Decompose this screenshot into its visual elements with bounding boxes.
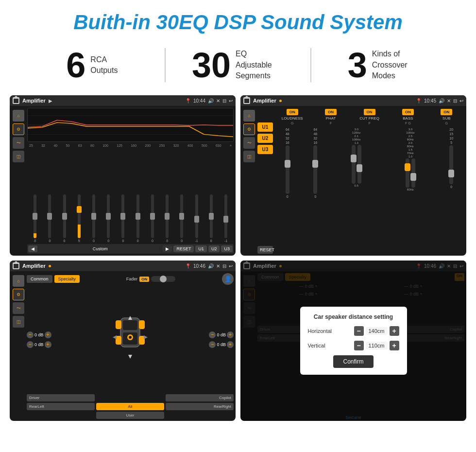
- amp-toggle-row: ON LOUDNESS G ON PHAT F ON CUT FREQ F: [274, 108, 464, 126]
- home-icon-2[interactable]: [243, 97, 250, 104]
- right-bottom-plus[interactable]: +: [227, 341, 234, 348]
- rearright-btn[interactable]: RearRight: [166, 403, 234, 410]
- horizontal-minus-btn[interactable]: −: [354, 326, 364, 336]
- amp-u2-btn[interactable]: U2: [257, 134, 273, 143]
- bass-slider-2[interactable]: [411, 158, 415, 188]
- copilot-btn[interactable]: Copilot: [166, 394, 234, 401]
- expand-icon[interactable]: »: [230, 144, 232, 147]
- amp-tune-btn[interactable]: ⚙: [243, 123, 255, 135]
- eq-slider-11[interactable]: -1: [189, 194, 203, 243]
- vertical-plus-btn[interactable]: +: [390, 341, 399, 350]
- cutfreq-slider-2[interactable]: [357, 145, 361, 184]
- eq-balance-btn[interactable]: ◫: [13, 151, 24, 162]
- right-bottom-db: − 0 dB +: [209, 341, 234, 348]
- cutfreq-slider-col: 3.0 120Hz 2.1 100Hz 1.3: [330, 128, 382, 253]
- eq-prev-btn[interactable]: ◀: [28, 245, 37, 252]
- eq-slider-3[interactable]: 5: [72, 194, 86, 243]
- right-bottom-minus[interactable]: −: [209, 341, 216, 348]
- common-wave-btn[interactable]: 〜: [13, 302, 24, 314]
- cutfreq-toggle[interactable]: ON: [364, 109, 375, 115]
- eq-slider-6[interactable]: 0: [116, 194, 130, 243]
- screen-common-dialog: Amplifier 📍 10:46 🔊 ✕ ⊟ ↩ ⌂ ⚙ 〜 ◫: [240, 261, 466, 421]
- eq-slider-13[interactable]: -1: [219, 194, 233, 243]
- eq-slider-0[interactable]: 0: [28, 194, 42, 243]
- statusbar-1: Amplifier ▶ 📍 10:44 🔊 ✕ ⊟ ↩: [10, 95, 236, 106]
- eq-slider-7[interactable]: 0: [131, 194, 145, 243]
- eq-u1-btn[interactable]: U1: [195, 245, 207, 252]
- fader-slider[interactable]: [151, 276, 175, 282]
- rearleft-btn[interactable]: RearLeft: [27, 403, 95, 410]
- time-2: 10:45: [424, 98, 436, 104]
- svg-marker-14: [113, 335, 117, 339]
- right-top-minus[interactable]: −: [209, 331, 216, 338]
- loudness-slider[interactable]: [286, 145, 289, 194]
- stat-eq-number: 30: [192, 48, 231, 83]
- amp-content: ⌂ ⚙ 〜 ◫ U1 U2 U3 RESET ON LOUDNESS: [240, 106, 466, 256]
- sub-slider-col: 20 15 10 5 0: [438, 128, 464, 253]
- tab-common[interactable]: Common: [27, 275, 52, 283]
- sub-slider[interactable]: [449, 145, 453, 184]
- sub-toggle[interactable]: ON: [441, 109, 452, 115]
- eq-home-btn[interactable]: ⌂: [13, 110, 24, 122]
- eq-slider-2[interactable]: 0: [57, 194, 71, 243]
- left-top-plus[interactable]: +: [45, 331, 51, 338]
- eq-wave-btn[interactable]: 〜: [13, 137, 24, 149]
- eq-sidebar: ⌂ ⚙ 〜 ◫: [12, 108, 25, 254]
- eq-reset-btn[interactable]: RESET: [173, 245, 194, 252]
- eq-slider-9[interactable]: 0: [160, 194, 174, 243]
- stat-rca: 6 RCAOutputs: [19, 48, 165, 83]
- stat-crossover: 3 Kinds ofCrossover Modes: [311, 48, 457, 83]
- left-bottom-minus[interactable]: −: [27, 341, 34, 348]
- position-buttons: Driver Copilot RearLeft All RearRight Us…: [27, 394, 234, 419]
- phat-toggle[interactable]: ON: [325, 109, 337, 115]
- svg-rect-6: [116, 320, 121, 329]
- home-icon-1[interactable]: [13, 97, 19, 104]
- eq-u3-btn[interactable]: U3: [221, 245, 233, 252]
- common-balance-btn[interactable]: ◫: [13, 316, 24, 328]
- eq-slider-1[interactable]: 0: [43, 194, 56, 243]
- fader-on-badge[interactable]: ON: [139, 277, 149, 282]
- screen-eq: Amplifier ▶ 📍 10:44 🔊 ✕ ⊟ ↩ ⌂ ⚙ 〜 ◫: [10, 95, 236, 256]
- tab-specialty[interactable]: Specialty: [54, 275, 80, 283]
- location-icon-2: 📍: [416, 98, 422, 104]
- amp-home-btn[interactable]: ⌂: [243, 110, 255, 122]
- amp-sidebar: ⌂ ⚙ 〜 ◫: [242, 108, 256, 254]
- user-avatar[interactable]: 👤: [222, 273, 234, 285]
- eq-u2-btn[interactable]: U2: [208, 245, 220, 252]
- amp-balance-btn[interactable]: ◫: [243, 151, 255, 162]
- right-top-plus[interactable]: +: [227, 331, 234, 338]
- left-bottom-plus[interactable]: +: [45, 341, 51, 348]
- dialog-overlay: Car speaker distance setting Horizontal …: [240, 261, 466, 421]
- eq-tune-btn[interactable]: ⚙: [13, 123, 24, 135]
- eq-slider-12[interactable]: 0: [204, 194, 218, 243]
- bass-toggle[interactable]: ON: [402, 109, 414, 115]
- svg-marker-15: [144, 335, 148, 339]
- horizontal-plus-btn[interactable]: +: [390, 326, 399, 336]
- vertical-label: Vertical: [308, 343, 337, 348]
- eq-slider-4[interactable]: 0: [87, 194, 101, 243]
- driver-btn[interactable]: Driver: [27, 394, 95, 401]
- statusbar-right-3: 📍 10:46 🔊 ✕ ⊟ ↩: [185, 263, 233, 269]
- eq-slider-10[interactable]: 0: [175, 194, 188, 243]
- phat-slider[interactable]: [313, 145, 317, 194]
- amp-wave-btn[interactable]: 〜: [243, 137, 255, 149]
- confirm-button[interactable]: Confirm: [333, 355, 373, 368]
- eq-slider-8[interactable]: 0: [146, 194, 159, 243]
- common-tune-btn[interactable]: ⚙: [13, 289, 24, 300]
- amp-u1-btn[interactable]: U1: [257, 122, 273, 132]
- amp-reset-btn[interactable]: RESET: [257, 246, 273, 254]
- all-btn[interactable]: All: [96, 403, 164, 410]
- amp-u3-btn[interactable]: U3: [257, 145, 273, 154]
- cutfreq-slider-1[interactable]: [352, 145, 356, 184]
- eq-slider-5[interactable]: 0: [102, 194, 115, 243]
- user-btn[interactable]: User: [96, 412, 164, 419]
- home-icon-3[interactable]: [13, 262, 19, 269]
- car-center: [53, 287, 207, 392]
- eq-play-btn[interactable]: ▶: [163, 245, 172, 252]
- vertical-minus-btn[interactable]: −: [354, 341, 364, 350]
- loudness-toggle[interactable]: ON: [287, 109, 298, 115]
- common-home-btn[interactable]: ⌂: [13, 275, 24, 287]
- bass-slider-1[interactable]: [406, 158, 409, 188]
- left-top-minus[interactable]: −: [27, 331, 34, 338]
- stat-crossover-number: 3: [348, 48, 367, 83]
